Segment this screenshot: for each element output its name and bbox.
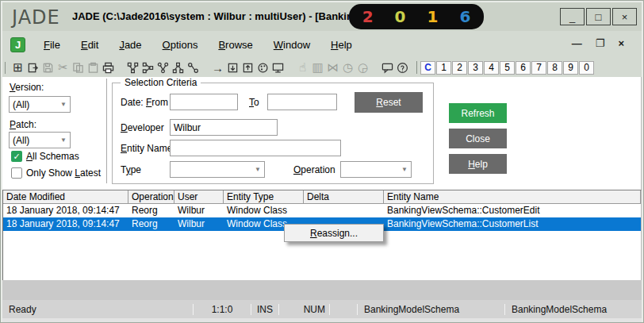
status-empty-segment (330, 300, 357, 318)
table-header: Date Modified Operation User Entity Type… (3, 190, 641, 204)
interface-browser-icon[interactable] (155, 60, 171, 75)
context-menu-item-reassign[interactable]: Reassign... (285, 225, 383, 241)
schema-button-6[interactable]: 6 (516, 61, 531, 75)
col-entity-name[interactable]: Entity Name (384, 190, 641, 203)
schema-button-3[interactable]: 3 (468, 61, 483, 75)
status-current-schema: BankingModelSchema (358, 300, 504, 318)
type-label: Type (121, 164, 141, 175)
relationship-browser-icon[interactable] (186, 60, 201, 75)
schema-button-2[interactable]: 2 (452, 61, 467, 75)
cell-entity-type: Window Class (224, 204, 304, 217)
panel-divider (106, 79, 107, 183)
help-circle-icon[interactable] (395, 60, 410, 75)
menu-browse[interactable]: Browse (208, 36, 263, 54)
arrow-right-icon[interactable]: → (210, 60, 225, 75)
badge-digit: 0 (395, 7, 406, 26)
menu-window[interactable]: Window (263, 36, 320, 54)
type-dropdown[interactable] (170, 161, 265, 178)
cell-delta (304, 204, 384, 217)
patch-dropdown[interactable]: (All) (9, 132, 71, 148)
all-schemas-row: All Schemas (11, 151, 79, 162)
toolbar-separator (416, 61, 417, 74)
version-dropdown[interactable]: (All) (9, 96, 71, 113)
date-from-input[interactable] (170, 94, 238, 110)
save-icon (40, 60, 56, 75)
all-schemas-checkbox[interactable] (11, 151, 22, 162)
paste-icon (86, 60, 101, 75)
monitor-icon[interactable] (270, 60, 286, 75)
badge-digit: 1 (427, 7, 439, 26)
run-form-icon[interactable] (25, 60, 40, 75)
cut-icon: ✂ (56, 60, 71, 75)
menu-options[interactable]: Options (152, 36, 209, 54)
schema-button-1[interactable]: 1 (436, 61, 451, 75)
cell-user: Wilbur (174, 204, 224, 217)
maximize-button[interactable]: □ (586, 8, 611, 25)
mdi-close-button[interactable]: × (618, 37, 624, 49)
toolbar-gripper[interactable] (5, 62, 6, 74)
status-insert-mode: INS (251, 300, 278, 318)
columns-icon: ▥ (310, 60, 325, 75)
cell-entity-name: BankingViewSchema::CustomerList (384, 217, 641, 231)
col-date-modified[interactable]: Date Modified (3, 190, 128, 203)
selection-criteria-title: Selection Criteria (121, 77, 201, 88)
load-icon[interactable] (225, 60, 240, 75)
jade-logo: JADE (12, 6, 60, 29)
clock-icon: ◷ (340, 60, 355, 75)
refresh-button[interactable]: Refresh (449, 103, 507, 123)
menu-file[interactable]: File (33, 36, 71, 54)
close-button[interactable]: × (612, 8, 637, 25)
table-row[interactable]: 18 January 2018, 09:14:47 Reorg Wilbur W… (3, 204, 641, 217)
operation-label: Operation (293, 164, 335, 175)
col-user[interactable]: User (174, 190, 224, 203)
schema-button-5[interactable]: 5 (500, 61, 515, 75)
schema-button-0[interactable]: 0 (579, 61, 594, 75)
clock2-icon: ◶ (355, 60, 370, 75)
mdi-minimize-button[interactable]: — (572, 37, 582, 49)
date-to-input[interactable] (267, 94, 337, 110)
only-show-latest-checkbox[interactable] (11, 167, 22, 179)
menubar: J File Edit Jade Options Browse Window H… (2, 31, 642, 58)
col-entity-type[interactable]: Entity Type (224, 190, 304, 203)
schema-browser-icon[interactable] (171, 60, 186, 75)
schema-button-4[interactable]: 4 (484, 61, 499, 75)
cell-operation: Reorg (128, 217, 174, 231)
class-browser-icon[interactable] (125, 60, 140, 75)
date-from-label: Date: From (121, 97, 168, 108)
developer-input[interactable] (170, 119, 278, 136)
primitive-types-icon[interactable] (140, 60, 155, 75)
filter-area: Version: (All) Patch: (All) All Schemas … (2, 77, 642, 190)
jade-window: JADE JADE (C:\Jade2016\system : Wilbur :… (0, 0, 644, 323)
version-label: Version: (10, 82, 44, 93)
reset-button[interactable]: Reset (355, 92, 423, 113)
minimize-button[interactable]: _ (560, 8, 585, 25)
schema-button-7[interactable]: 7 (531, 61, 546, 75)
painter-icon[interactable] (255, 60, 270, 75)
print-icon[interactable] (101, 60, 116, 75)
schema-button-8[interactable]: 8 (547, 61, 562, 75)
status-cursor-position: 1:1:0 (194, 300, 251, 318)
col-delta[interactable]: Delta (304, 190, 384, 203)
window-title: JADE (C:\Jade2016\system : Wilbur : mult… (72, 10, 368, 22)
operation-dropdown[interactable] (340, 161, 412, 178)
selection-criteria-group: Selection Criteria Date: From To Reset D… (112, 83, 434, 184)
menu-help[interactable]: Help (320, 36, 362, 54)
mdi-restore-button[interactable]: ❐ (596, 37, 605, 49)
menu-jade[interactable]: Jade (109, 36, 151, 54)
close-form-button[interactable]: Close (449, 129, 507, 148)
only-show-latest-label: Only Show Latest (26, 167, 101, 179)
toolbar-icon-group: ⊞✂→☝▥⋈◷◶ (10, 60, 410, 75)
help-button[interactable]: Help (449, 154, 507, 174)
extract-icon[interactable] (240, 60, 255, 75)
hand-icon: ☝ (295, 60, 310, 75)
entity-name-input[interactable] (170, 140, 341, 156)
comment-icon[interactable] (380, 60, 395, 75)
new-form-icon[interactable]: ⊞ (10, 60, 25, 75)
cell-date: 18 January 2018, 09:14:47 (3, 217, 128, 231)
compile-button[interactable]: C (420, 61, 435, 75)
menu-edit[interactable]: Edit (71, 36, 109, 54)
badge-digit: 2 (362, 7, 374, 26)
schema-button-9[interactable]: 9 (563, 61, 578, 75)
badge-digit: 6 (459, 7, 470, 26)
col-operation[interactable]: Operation (128, 190, 174, 203)
